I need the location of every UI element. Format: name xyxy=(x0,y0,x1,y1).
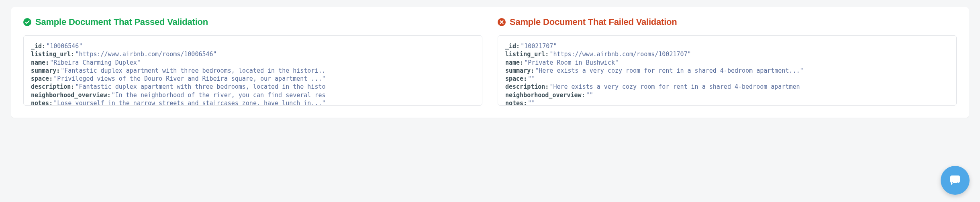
field-row: space"" xyxy=(505,75,949,83)
field-row: name"Private Room in Bushwick" xyxy=(505,59,949,67)
field-row: name"Ribeira Charming Duplex" xyxy=(31,59,475,67)
x-circle-icon xyxy=(498,18,506,26)
failed-title: Sample Document That Failed Validation xyxy=(510,17,677,27)
passed-column: Sample Document That Passed Validation _… xyxy=(23,17,482,106)
field-row: notes"Lose yourself in the narrow street… xyxy=(31,99,475,106)
failed-heading: Sample Document That Failed Validation xyxy=(498,17,957,27)
field-row: _id"10006546" xyxy=(31,42,475,50)
field-row: summary"Here exists a very cozy room for… xyxy=(505,67,949,75)
field-row: summary"Fantastic duplex apartment with … xyxy=(31,67,475,75)
field-row: neighborhood_overview"In the neighborhoo… xyxy=(31,91,475,99)
field-row: notes"" xyxy=(505,99,949,106)
field-row: space"Privileged views of the Douro Rive… xyxy=(31,75,475,83)
passed-heading: Sample Document That Passed Validation xyxy=(23,17,482,27)
field-row: _id"10021707" xyxy=(505,42,949,50)
passed-panel: _id"10006546" listing_url"https://www.ai… xyxy=(23,35,482,106)
field-row: neighborhood_overview"" xyxy=(505,91,949,99)
failed-code: _id"10021707" listing_url"https://www.ai… xyxy=(505,42,949,106)
field-row: listing_url"https://www.airbnb.com/rooms… xyxy=(31,50,475,58)
check-circle-icon xyxy=(23,18,31,26)
passed-title: Sample Document That Passed Validation xyxy=(35,17,208,27)
field-row: listing_url"https://www.airbnb.com/rooms… xyxy=(505,50,949,58)
passed-code: _id"10006546" listing_url"https://www.ai… xyxy=(31,42,475,106)
validation-card: Sample Document That Passed Validation _… xyxy=(11,7,969,118)
field-row: description"Here exists a very cozy room… xyxy=(505,83,949,91)
failed-column: Sample Document That Failed Validation _… xyxy=(498,17,957,106)
failed-panel: _id"10021707" listing_url"https://www.ai… xyxy=(498,35,957,106)
field-row: description"Fantastic duplex apartment w… xyxy=(31,83,475,91)
